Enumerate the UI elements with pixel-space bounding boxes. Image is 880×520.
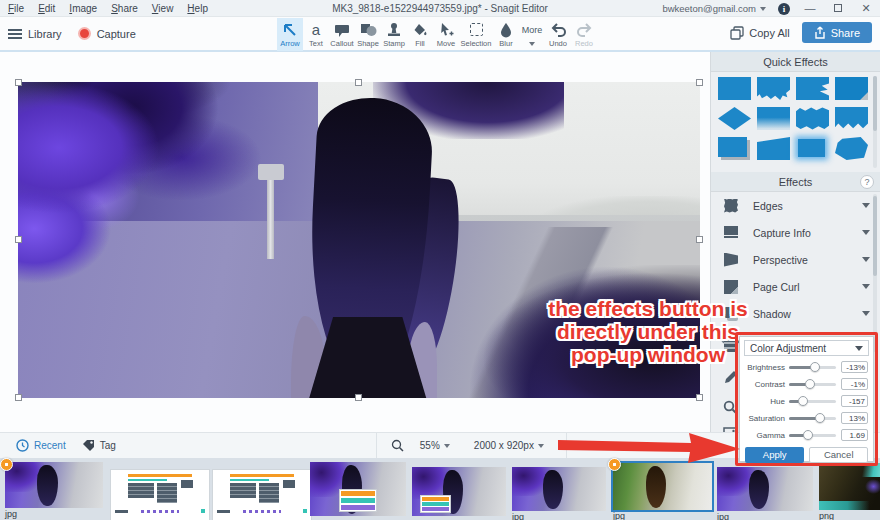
zoom-level-value: 55% bbox=[420, 440, 440, 451]
quick-effect-thumbnail[interactable] bbox=[835, 107, 868, 130]
tool-callout[interactable]: Callout bbox=[329, 18, 355, 51]
file-type-label: jpg bbox=[613, 511, 712, 520]
callout-icon bbox=[334, 22, 350, 38]
tray-thumbnail-5[interactable] bbox=[412, 467, 506, 516]
unsaved-badge-icon bbox=[0, 458, 13, 471]
chevron-down-icon bbox=[444, 444, 450, 448]
effects-scrollbar[interactable] bbox=[873, 194, 877, 352]
page-curl-icon bbox=[724, 280, 738, 294]
quick-effect-thumbnail[interactable] bbox=[757, 137, 790, 160]
selection-handle[interactable] bbox=[696, 394, 703, 401]
menu-share[interactable]: Share bbox=[111, 3, 138, 14]
annotation-text: the effects button is directly under thi… bbox=[530, 297, 766, 366]
tool-fill[interactable]: Fill bbox=[407, 18, 433, 51]
stamp-icon bbox=[386, 22, 402, 38]
redo-icon bbox=[576, 22, 593, 37]
tool-undo[interactable]: Undo bbox=[545, 18, 571, 51]
tool-shape[interactable]: Shape bbox=[355, 18, 381, 51]
info-icon[interactable]: i bbox=[778, 3, 790, 15]
tray-thumbnail-2[interactable] bbox=[110, 469, 210, 520]
selection-handle[interactable] bbox=[15, 394, 22, 401]
quick-effect-thumbnail[interactable] bbox=[757, 107, 790, 130]
tray-thumbnail-1[interactable]: jpg bbox=[5, 462, 103, 519]
file-type-label: png bbox=[819, 511, 880, 520]
menu-help[interactable]: Help bbox=[187, 3, 208, 14]
account-dropdown[interactable]: bwkeeton@gmail.com bbox=[662, 3, 766, 14]
selection-handle[interactable] bbox=[15, 79, 22, 86]
editor-canvas[interactable] bbox=[0, 52, 710, 432]
menu-view[interactable]: View bbox=[152, 3, 174, 14]
chevron-down-icon bbox=[529, 42, 535, 46]
menu-image[interactable]: Image bbox=[69, 3, 97, 14]
tool-blur[interactable]: Blur bbox=[493, 18, 519, 51]
quick-effect-thumbnail[interactable] bbox=[796, 107, 829, 130]
effects-header[interactable]: Effects ? bbox=[711, 172, 880, 192]
effect-item-perspective[interactable]: Perspective bbox=[711, 246, 880, 273]
selection-handle[interactable] bbox=[355, 394, 362, 401]
tool-more[interactable]: More bbox=[519, 18, 545, 51]
chevron-down-icon bbox=[862, 257, 870, 262]
recent-button[interactable]: Recent bbox=[16, 439, 66, 452]
quick-effect-thumbnail[interactable] bbox=[757, 77, 790, 100]
effect-item-page-curl[interactable]: Page Curl bbox=[711, 273, 880, 300]
help-icon[interactable]: ? bbox=[860, 175, 874, 189]
share-button[interactable]: Share bbox=[802, 22, 872, 43]
minimize-button[interactable]: — bbox=[802, 0, 818, 17]
selection-handle[interactable] bbox=[355, 79, 362, 86]
tool-stamp[interactable]: Stamp bbox=[381, 18, 407, 51]
annotation-highlight-rectangle bbox=[735, 332, 878, 466]
tray-thumbnail-6[interactable]: jpg bbox=[512, 467, 606, 520]
quick-effect-thumbnail[interactable] bbox=[835, 77, 868, 100]
tool-redo[interactable]: Redo bbox=[571, 18, 597, 51]
quick-effect-thumbnail[interactable] bbox=[718, 137, 747, 157]
capture-button[interactable]: Capture bbox=[78, 27, 136, 40]
scrollbar-thumb[interactable] bbox=[873, 76, 877, 131]
undo-icon bbox=[550, 22, 567, 37]
zoom-level-dropdown[interactable]: 55% bbox=[412, 440, 458, 451]
annotation-line-1: the effects button is bbox=[530, 297, 766, 320]
quick-effect-thumbnail[interactable] bbox=[796, 77, 829, 100]
share-label: Share bbox=[831, 27, 860, 39]
arrow-cursor-icon bbox=[282, 22, 298, 38]
quick-effect-thumbnail[interactable] bbox=[718, 107, 751, 130]
photo-sign bbox=[258, 164, 284, 180]
copy-icon bbox=[730, 26, 744, 40]
copy-all-button[interactable]: Copy All bbox=[730, 26, 789, 40]
tray-thumbnail-7-selected[interactable]: jpg bbox=[613, 463, 712, 520]
quick-effects-header[interactable]: Quick Effects bbox=[711, 52, 880, 72]
fill-bucket-icon bbox=[412, 22, 428, 38]
quick-effects-grid bbox=[711, 72, 880, 172]
tray-thumbnail-3[interactable] bbox=[212, 469, 312, 520]
effect-item-edges[interactable]: Edges bbox=[711, 192, 880, 219]
selection-handle[interactable] bbox=[15, 236, 22, 243]
quick-effects-scrollbar[interactable] bbox=[873, 76, 877, 168]
tool-move[interactable]: Move bbox=[433, 18, 459, 51]
tray-thumbnail-4[interactable] bbox=[310, 462, 406, 516]
effect-item-capture-info[interactable]: Capture Info bbox=[711, 219, 880, 246]
tool-selection[interactable]: Selection bbox=[459, 18, 493, 51]
tool-arrow[interactable]: Arrow bbox=[277, 18, 303, 51]
quick-effect-thumbnail[interactable] bbox=[798, 139, 825, 157]
tool-text[interactable]: a Text bbox=[303, 18, 329, 51]
tray-thumbnail-8[interactable]: jpg bbox=[717, 467, 813, 520]
chevron-down-icon bbox=[862, 230, 870, 235]
close-button[interactable]: ✕ bbox=[858, 0, 874, 17]
zoom-magnifier-icon bbox=[391, 439, 404, 452]
menu-edit[interactable]: Edit bbox=[38, 3, 55, 14]
library-button[interactable]: Library bbox=[8, 28, 62, 40]
library-label: Library bbox=[28, 28, 62, 40]
maximize-button[interactable] bbox=[830, 0, 846, 17]
tray-thumbnail-9[interactable]: png bbox=[819, 463, 880, 520]
account-email: bwkeeton@gmail.com bbox=[662, 3, 756, 14]
selection-handle[interactable] bbox=[696, 236, 703, 243]
selection-handle[interactable] bbox=[696, 79, 703, 86]
menu-file[interactable]: File bbox=[8, 3, 24, 14]
share-icon bbox=[814, 26, 826, 39]
tag-button[interactable]: Tag bbox=[82, 439, 116, 452]
scrollbar-thumb[interactable] bbox=[873, 196, 877, 276]
quick-effect-thumbnail[interactable] bbox=[835, 137, 868, 160]
quick-effect-thumbnail[interactable] bbox=[718, 77, 751, 100]
image-dimensions-dropdown[interactable]: 2000 x 920px bbox=[466, 440, 552, 451]
window-title: MK3_9818-e1522944973559.jpg* - Snagit Ed… bbox=[332, 3, 548, 14]
photo-sign-pole bbox=[267, 177, 274, 259]
